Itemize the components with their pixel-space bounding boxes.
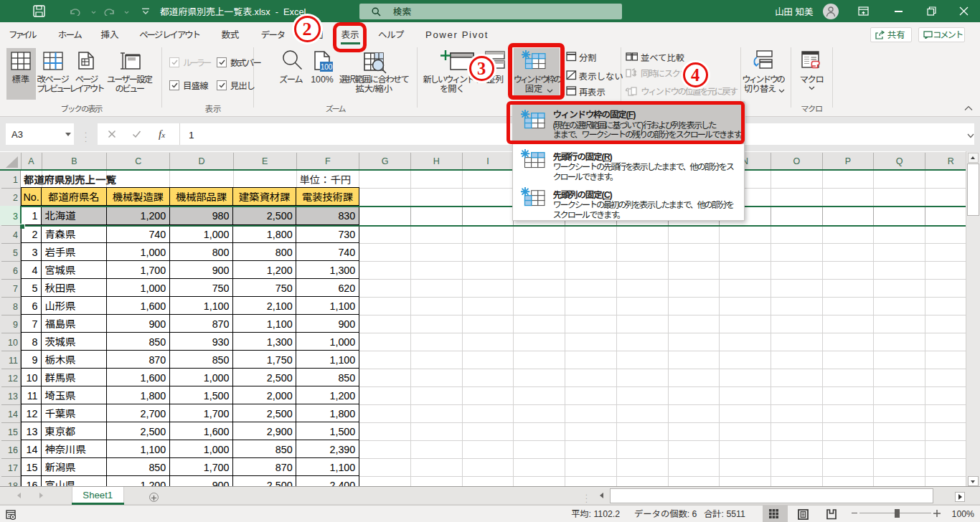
svg-text:100: 100: [321, 63, 333, 71]
